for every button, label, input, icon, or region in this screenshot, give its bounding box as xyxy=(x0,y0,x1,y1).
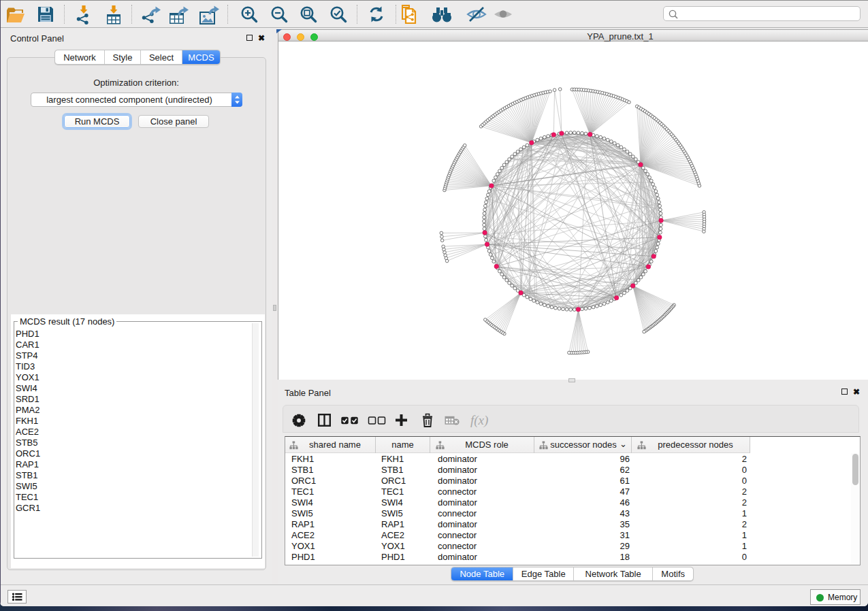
svg-text:f(x): f(x) xyxy=(470,413,488,428)
